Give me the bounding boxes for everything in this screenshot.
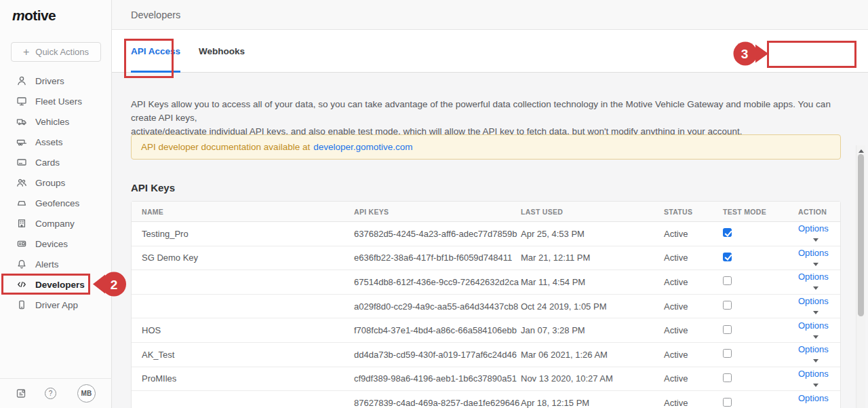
sidebar-item-label: Alerts [35, 259, 59, 270]
quick-actions-button[interactable]: + Quick Actions [11, 42, 101, 62]
table-row: 67514db8-612f-436e-9cc9-72642632d2caMar … [132, 270, 840, 295]
tab-api-access[interactable]: API Access [131, 30, 180, 73]
motive-logo[interactable]: motive [12, 7, 56, 24]
api-key-value: a029f8d0-cc29-4a9c-aa55-a64d34437cb8 [354, 301, 521, 312]
test-mode-checkbox[interactable] [723, 325, 732, 334]
sidebar: motive + Quick Actions DriversFleet User… [0, 0, 112, 408]
sidebar-item-groups[interactable]: Groups [0, 172, 111, 193]
status-text: Active [664, 350, 723, 360]
sidebar-item-label: Assets [35, 137, 63, 147]
options-link[interactable]: Options [798, 272, 829, 282]
action-cell: Options [798, 296, 840, 316]
scroll-up-icon[interactable] [859, 149, 864, 153]
geofence-icon [16, 198, 27, 208]
app-window: motive + Quick Actions DriversFleet User… [0, 0, 868, 408]
quick-actions-label: Quick Actions [35, 47, 89, 57]
options-link[interactable]: Options [798, 320, 829, 331]
test-mode-cell [723, 301, 798, 312]
status-text: Active [664, 277, 723, 287]
help-icon[interactable]: ? [45, 388, 56, 399]
main-area: Developers API Access Webhooks Request A… [112, 0, 868, 408]
sidebar-item-label: Geofences [35, 198, 79, 208]
sidebar-item-driver-app[interactable]: Driver App [0, 295, 111, 315]
action-cell: Options [798, 223, 840, 244]
api-key-value: 67514db8-612f-436e-9cc9-72642632d2ca [354, 277, 521, 287]
column-header: LAST USED [521, 208, 664, 216]
test-mode-checkbox[interactable] [723, 253, 732, 261]
person-icon [16, 75, 27, 86]
page-title: Developers [131, 10, 180, 20]
options-link[interactable]: Options [798, 393, 829, 403]
last-used: Jan 07, 3:28 PM [521, 325, 664, 335]
code-icon [16, 279, 27, 290]
sidebar-item-drivers[interactable]: Drivers [0, 71, 111, 91]
test-mode-cell [723, 276, 798, 287]
test-mode-cell [723, 373, 798, 384]
monitor-icon [16, 96, 27, 107]
building-icon [16, 218, 27, 229]
status-text: Active [664, 253, 723, 263]
caret-down-icon[interactable] [813, 359, 818, 363]
sidebar-item-label: Groups [35, 178, 65, 188]
avatar[interactable]: MB [77, 384, 96, 403]
api-key-name: SG Demo Key [132, 253, 354, 263]
section-title: API Keys [131, 182, 175, 193]
sidebar-item-vehicles[interactable]: Vehicles [0, 111, 111, 132]
sidebar-item-devices[interactable]: Devices [0, 234, 111, 254]
test-mode-checkbox[interactable] [723, 301, 732, 310]
tab-webhooks[interactable]: Webhooks [199, 30, 245, 73]
column-header: STATUS [664, 208, 723, 216]
last-used: Mar 21, 12:11 PM [521, 253, 664, 263]
table-row: 87627839-c4ad-469a-8257-dae1fe629646Apr … [132, 391, 840, 408]
sidebar-item-cards[interactable]: Cards [0, 152, 111, 172]
table-row: AK_Testdd4da73b-cd59-430f-a019-177af6c24… [132, 343, 840, 367]
sidebar-item-alerts[interactable]: Alerts [0, 254, 111, 274]
sidebar-item-label: Vehicles [35, 117, 69, 127]
table-row: a029f8d0-cc29-4a9c-aa55-a64d34437cb8Oct … [132, 295, 840, 319]
caret-down-icon[interactable] [813, 384, 818, 387]
column-header: API KEYS [354, 208, 521, 216]
api-key-value: cf9df389-98a6-4196-aeb1-1b6c37890a51 [354, 373, 521, 384]
caret-down-icon[interactable] [813, 311, 818, 314]
sidebar-item-fleet-users[interactable]: Fleet Users [0, 91, 111, 111]
sidebar-item-company[interactable]: Company [0, 213, 111, 234]
whats-new-icon[interactable] [16, 388, 27, 399]
options-link[interactable]: Options [798, 223, 829, 234]
sidebar-item-geofences[interactable]: Geofences [0, 193, 111, 213]
table-body: Testing_Pro637682d5-4245-4a23-aff6-adec7… [132, 222, 840, 408]
test-mode-checkbox[interactable] [723, 398, 732, 407]
test-mode-cell [723, 228, 798, 239]
status-text: Active [664, 229, 723, 239]
banner-text: API developer documentation available at [141, 142, 310, 152]
vertical-scrollbar[interactable] [856, 145, 865, 408]
sidebar-item-label: Driver App [35, 300, 78, 310]
scrollbar-thumb[interactable] [858, 154, 864, 316]
caret-down-icon[interactable] [813, 238, 818, 242]
sidebar-item-assets[interactable]: Assets [0, 132, 111, 152]
test-mode-cell [723, 253, 798, 263]
api-key-name: Testing_Pro [132, 229, 354, 239]
last-used: Apr 18, 12:15 PM [521, 398, 664, 408]
options-link[interactable]: Options [798, 296, 829, 306]
caret-down-icon[interactable] [813, 335, 818, 339]
action-cell: Options [798, 248, 840, 268]
caret-down-icon[interactable] [813, 263, 818, 266]
sidebar-item-developers[interactable]: Developers [0, 274, 111, 295]
test-mode-checkbox[interactable] [723, 276, 732, 285]
table-row: Testing_Pro637682d5-4245-4a23-aff6-adec7… [132, 222, 840, 246]
column-header: TEST MODE [723, 208, 798, 216]
options-link[interactable]: Options [798, 248, 829, 258]
caret-down-icon[interactable] [813, 286, 818, 290]
status-text: Active [664, 398, 723, 408]
options-link[interactable]: Options [798, 369, 829, 379]
documentation-link[interactable]: developer.gomotive.com [313, 142, 412, 152]
test-mode-checkbox[interactable] [723, 349, 732, 358]
test-mode-checkbox[interactable] [723, 228, 732, 237]
last-used: Apr 25, 4:53 PM [521, 229, 664, 239]
bell-icon [16, 259, 27, 270]
test-mode-checkbox[interactable] [723, 373, 732, 382]
action-cell: Options [798, 272, 840, 292]
api-key-value: 87627839-c4ad-469a-8257-dae1fe629646 [354, 398, 521, 408]
options-link[interactable]: Options [798, 344, 829, 354]
action-cell: Options [798, 320, 840, 341]
